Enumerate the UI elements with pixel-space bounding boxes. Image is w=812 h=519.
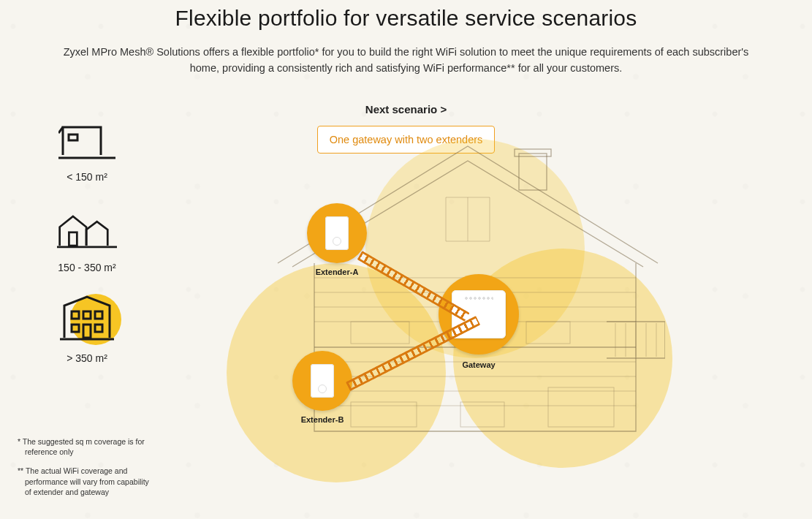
- svg-rect-28: [526, 322, 570, 344]
- size-option-label: > 350 m²: [67, 352, 107, 364]
- device-label: Extender-B: [301, 415, 344, 424]
- small-house-icon: [57, 117, 117, 161]
- svg-rect-6: [95, 311, 102, 319]
- large-house-icon: [57, 298, 117, 342]
- svg-rect-12: [515, 149, 551, 156]
- device-extender-b: Extender-B: [292, 351, 352, 424]
- footnote-2: ** The actual WiFi coverage and performa…: [18, 466, 156, 497]
- device-label: Extender-A: [316, 268, 359, 276]
- size-option-label: 150 - 350 m²: [58, 262, 115, 273]
- svg-rect-11: [519, 154, 547, 190]
- gateway-icon: [439, 274, 519, 355]
- svg-rect-7: [72, 325, 79, 332]
- extender-icon: [307, 203, 367, 263]
- footnotes: * The suggested sq m coverage is for ref…: [18, 436, 156, 506]
- svg-rect-5: [83, 311, 91, 319]
- svg-rect-27: [351, 322, 409, 344]
- svg-rect-0: [69, 135, 77, 140]
- svg-rect-9: [83, 325, 91, 338]
- extender-icon: [292, 351, 352, 411]
- size-selector: < 150 m² 150 - 350 m²: [25, 117, 149, 389]
- next-scenario-button[interactable]: Next scenario >: [0, 103, 812, 115]
- footnote-1: * The suggested sq m coverage is for ref…: [18, 436, 156, 457]
- svg-rect-31: [548, 387, 614, 427]
- device-extender-a: Extender-A: [307, 203, 367, 276]
- page-subtitle: Zyxel MPro Mesh® Solutions offers a flex…: [48, 44, 764, 77]
- scenario-diagram: Extender-A Gateway Extender-B: [219, 146, 687, 497]
- size-option-medium[interactable]: 150 - 350 m²: [25, 208, 149, 273]
- size-option-label: < 150 m²: [67, 171, 107, 183]
- svg-rect-8: [95, 325, 102, 332]
- size-option-small[interactable]: < 150 m²: [25, 117, 149, 183]
- svg-rect-2: [69, 232, 77, 246]
- svg-rect-4: [72, 311, 79, 319]
- medium-house-icon: [57, 208, 117, 251]
- size-option-large[interactable]: > 350 m²: [25, 298, 149, 364]
- page-title: Flexible portfolio for versatile service…: [0, 0, 812, 31]
- device-label: Gateway: [462, 360, 495, 369]
